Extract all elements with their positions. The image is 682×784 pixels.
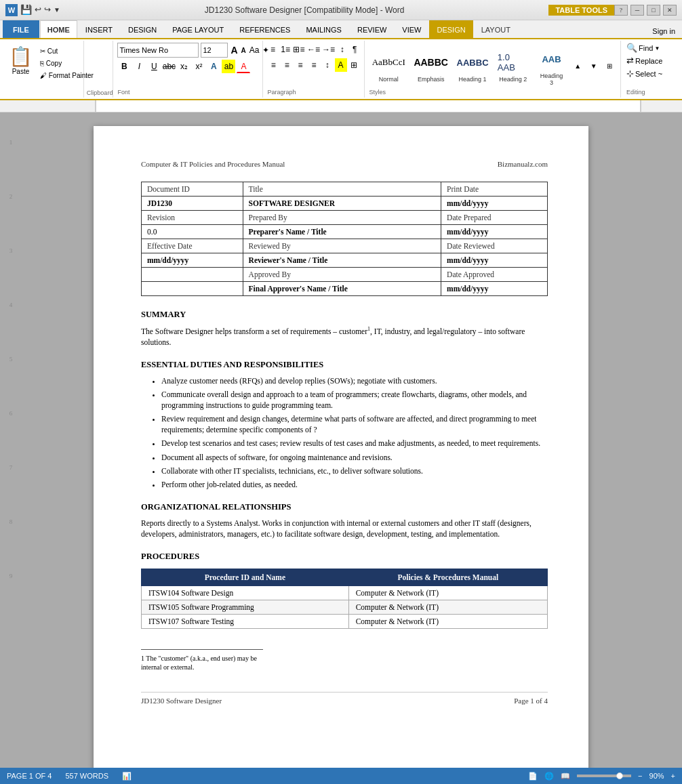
footer-right: Page 1 of 4 xyxy=(514,697,548,705)
tab-design[interactable]: DESIGN xyxy=(121,20,164,38)
text-effects-btn[interactable]: A xyxy=(207,60,220,73)
tab-references[interactable]: REFERENCES xyxy=(232,20,298,38)
duty-item-4: Develop test scenarios and test cases; r… xyxy=(161,438,548,449)
view-read-icon[interactable]: 📖 xyxy=(561,772,570,781)
format-painter-icon: 🖌 xyxy=(40,72,47,79)
ribbon-tabs: FILE HOME INSERT DESIGN PAGE LAYOUT REFE… xyxy=(0,20,682,39)
style-heading1[interactable]: AABBC Heading 1 xyxy=(454,47,492,85)
justify-btn[interactable]: ≡ xyxy=(308,58,320,72)
show-formatting-btn[interactable]: ¶ xyxy=(349,43,361,56)
tab-file[interactable]: FILE xyxy=(3,20,39,38)
tab-view[interactable]: VIEW xyxy=(395,20,428,38)
zoom-in-btn[interactable]: + xyxy=(671,772,675,780)
replace-button[interactable]: ⇄ Replace xyxy=(626,56,677,66)
align-left-btn[interactable]: ≡ xyxy=(267,58,279,72)
tab-insert[interactable]: INSERT xyxy=(78,20,120,38)
superscript-btn[interactable]: x² xyxy=(192,60,205,73)
quick-access-more[interactable]: ▼ xyxy=(54,6,60,14)
bullets-btn[interactable]: ≡ xyxy=(267,43,279,56)
text-highlight-btn[interactable]: ab xyxy=(222,60,235,73)
styles-more[interactable]: ⊞ xyxy=(603,59,616,73)
numbering-btn[interactable]: 1≡ xyxy=(280,43,292,56)
info-empty-cell xyxy=(142,268,243,282)
proc-row2-manual: Computer & Network (IT) xyxy=(348,600,547,615)
paste-button[interactable]: 📋 Paste xyxy=(4,42,37,96)
replace-label: Replace xyxy=(635,57,662,65)
quick-access-undo[interactable]: ↩ xyxy=(35,5,41,15)
styles-scroll-up[interactable]: ▲ xyxy=(571,59,585,73)
find-button[interactable]: 🔍 Find ▼ xyxy=(626,43,677,54)
org-heading: ORGANIZATIONAL RELATIONSHIPS xyxy=(141,502,548,512)
strikethrough-btn[interactable]: abc xyxy=(162,60,176,73)
increase-indent-btn[interactable]: →≡ xyxy=(321,43,335,56)
tab-page-layout[interactable]: PAGE LAYOUT xyxy=(165,20,231,38)
info-doc-id-label: Document ID xyxy=(142,182,243,197)
duty-item-6: Collaborate with other IT specialists, t… xyxy=(161,466,548,476)
duty-item-5: Document all aspects of software, for on… xyxy=(161,452,548,463)
font-shrink-btn[interactable]: A xyxy=(241,43,247,57)
tab-home[interactable]: HOME xyxy=(40,20,77,38)
underline-btn[interactable]: U xyxy=(147,60,161,73)
paste-label: Paste xyxy=(12,68,30,75)
style-emphasis[interactable]: AABBC Emphasis xyxy=(411,47,451,85)
decrease-indent-btn[interactable]: ←≡ xyxy=(306,43,320,56)
shading-btn[interactable]: A xyxy=(335,58,347,72)
styles-group: AaBbCcI Normal AABBC Emphasis AABBC Head… xyxy=(365,41,621,98)
style-heading2[interactable]: 1.0 AAB Heading 2 xyxy=(494,47,532,85)
select-label: Select ~ xyxy=(635,70,662,78)
select-button[interactable]: ⊹ Select ~ xyxy=(626,68,677,79)
view-print-icon[interactable]: 📄 xyxy=(528,772,538,781)
zoom-slider[interactable] xyxy=(577,775,631,777)
styles-scroll-down[interactable]: ▼ xyxy=(587,59,601,73)
procedures-table: Procedure ID and Name Policies & Procedu… xyxy=(141,569,548,629)
header-left: Computer & IT Policies and Procedures Ma… xyxy=(141,160,285,168)
clipboard-label-container: Clipboard xyxy=(84,41,114,98)
doc-stats-icon[interactable]: 📊 xyxy=(122,772,132,781)
info-table: Document ID Title Print Date JD1230 SOFT… xyxy=(141,182,548,296)
proc-row2-id: ITSW105 Software Programming xyxy=(142,600,349,615)
info-reviewed-by-val: Reviewer's Name / Title xyxy=(243,253,441,268)
style-heading2-preview: 1.0 AAB xyxy=(498,49,529,76)
tab-layout[interactable]: LAYOUT xyxy=(474,20,518,38)
summary-text1: The Software Designer helps transform a … xyxy=(141,327,367,335)
minimize-btn[interactable]: ─ xyxy=(630,5,644,16)
tab-mailings[interactable]: MAILINGS xyxy=(298,20,349,38)
view-web-icon[interactable]: 🌐 xyxy=(544,772,554,781)
quick-access-save[interactable]: 💾 xyxy=(20,4,32,16)
info-prepared-by-label: Prepared By xyxy=(243,211,441,225)
tab-review[interactable]: REVIEW xyxy=(350,20,394,38)
restore-btn[interactable]: □ xyxy=(647,5,660,16)
clipboard-group-label: Clipboard xyxy=(87,89,113,96)
line-spacing-btn[interactable]: ↕ xyxy=(321,58,334,72)
close-btn[interactable]: ✕ xyxy=(663,5,677,16)
font-size-input[interactable] xyxy=(201,43,228,58)
page-header: Computer & IT Policies and Procedures Ma… xyxy=(141,160,548,168)
align-center-btn[interactable]: ≡ xyxy=(281,58,293,72)
title-bar-icons: W 💾 ↩ ↪ ▼ xyxy=(5,4,60,16)
italic-btn[interactable]: I xyxy=(132,60,146,73)
font-name-input[interactable] xyxy=(117,43,199,58)
font-grow-btn[interactable]: A xyxy=(230,43,238,57)
sort-btn[interactable]: ↕ xyxy=(336,43,348,56)
proc-row3-id: ITSW107 Software Testing xyxy=(142,615,349,629)
info-date-reviewed-label: Date Reviewed xyxy=(441,239,548,253)
sign-in[interactable]: Sign in xyxy=(645,24,682,38)
clipboard-group: 📋 Paste ✂ Cut ⎘ Copy 🖌 Format Painter xyxy=(0,41,84,98)
style-heading3[interactable]: AAB Heading 3 xyxy=(535,43,569,88)
tab-design-active[interactable]: DESIGN xyxy=(429,20,473,38)
change-case-btn[interactable]: Aa xyxy=(249,43,260,57)
footnote-text: 1 The "customer" (a.k.a., end user) may … xyxy=(141,654,263,672)
font-color-btn[interactable]: A xyxy=(237,60,250,73)
align-right-btn[interactable]: ≡ xyxy=(294,58,306,72)
info-date-prepared-label: Date Prepared xyxy=(441,211,548,225)
info-empty-cell2 xyxy=(142,282,243,296)
quick-access-redo[interactable]: ↪ xyxy=(44,5,51,15)
borders-btn[interactable]: ⊞ xyxy=(348,58,361,72)
help-btn[interactable]: ? xyxy=(614,5,628,16)
info-date-approved-val: mm/dd/yyyy xyxy=(441,282,548,296)
zoom-out-btn[interactable]: − xyxy=(638,772,642,780)
subscript-btn[interactable]: x₂ xyxy=(177,60,190,73)
bold-btn[interactable]: B xyxy=(117,60,131,73)
multilevel-btn[interactable]: ⊞≡ xyxy=(292,43,305,56)
style-normal[interactable]: AaBbCcI Normal xyxy=(369,47,408,85)
